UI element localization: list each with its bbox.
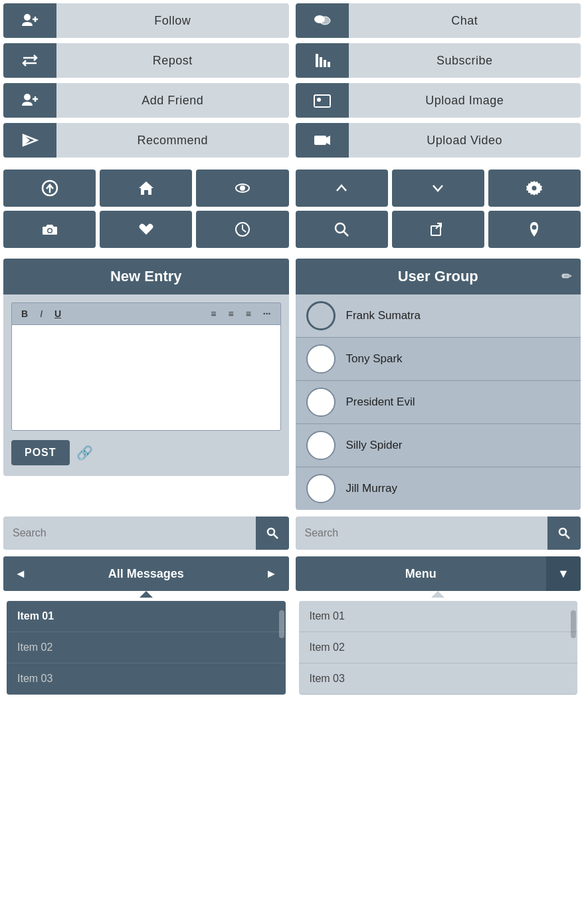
right-search-wrapper (296, 517, 581, 550)
menu-dropdown-btn[interactable]: ▼ (546, 556, 581, 591)
scrollbar (571, 610, 576, 638)
upload-video-btn[interactable]: Upload Video (296, 123, 581, 158)
upload-btn[interactable] (3, 170, 96, 207)
scrollbar (279, 610, 284, 638)
share-btn[interactable] (392, 211, 484, 248)
chevron-down-btn[interactable] (392, 170, 484, 207)
svg-point-30 (336, 223, 345, 233)
new-entry-widget: New Entry B I U ≡ ≡ ≡ ··· POST 🔗 (3, 259, 289, 476)
svg-point-29 (532, 186, 537, 191)
left-search-wrapper (3, 517, 289, 550)
all-messages-label: All Messages (38, 567, 254, 581)
upload-image-btn[interactable]: Upload Image (296, 83, 581, 118)
search-btn[interactable] (296, 211, 388, 248)
right-dropdown-list: Item 01 Item 02 Item 03 (299, 601, 578, 695)
post-button[interactable]: POST (11, 440, 70, 465)
next-btn[interactable]: ► (254, 556, 289, 591)
repost-btn[interactable]: Repost (3, 43, 289, 78)
upload-image-icon (296, 83, 349, 118)
svg-point-24 (48, 229, 51, 233)
home-btn[interactable] (100, 170, 192, 207)
right-search-button[interactable] (547, 517, 581, 550)
left-dropdown-list: Item 01 Item 02 Item 03 (7, 601, 286, 695)
svg-point-15 (317, 98, 321, 102)
left-search-input[interactable] (3, 518, 256, 548)
attach-icon[interactable]: 🔗 (76, 445, 93, 461)
settings-btn[interactable] (488, 170, 581, 207)
user-list-item[interactable]: President Evil (296, 381, 581, 424)
widgets-row: New Entry B I U ≡ ≡ ≡ ··· POST 🔗 User Gr… (0, 255, 584, 513)
list-item[interactable]: Item 01 (299, 601, 578, 632)
user-list-item[interactable]: Jill Murray (296, 467, 581, 510)
menu-label: Menu (296, 567, 547, 581)
follow-btn[interactable]: Follow (3, 3, 289, 38)
italic-btn[interactable]: I (37, 307, 45, 320)
user-name: Tony Spark (346, 352, 403, 366)
new-entry-title: New Entry (3, 259, 289, 294)
chat-label: Chat (349, 3, 581, 38)
recommend-label: Recommend (56, 123, 289, 158)
svg-rect-16 (314, 136, 326, 145)
align-center-btn[interactable]: ≡ (225, 307, 236, 320)
recommend-btn[interactable]: Recommend (3, 123, 289, 158)
avatar (306, 388, 336, 417)
svg-point-3 (24, 94, 31, 100)
eye-btn[interactable] (196, 170, 288, 207)
prev-btn[interactable]: ◄ (3, 556, 38, 591)
svg-point-34 (532, 225, 537, 230)
bold-btn[interactable]: B (19, 307, 31, 320)
list-item[interactable]: Item 03 (7, 663, 286, 695)
svg-rect-12 (324, 60, 326, 67)
left-icon-grid (0, 166, 292, 255)
svg-rect-13 (328, 62, 330, 67)
editor-area[interactable] (11, 324, 281, 431)
svg-rect-11 (320, 57, 322, 67)
list-item[interactable]: Item 02 (7, 632, 286, 663)
search-section (0, 513, 584, 553)
svg-point-22 (241, 186, 244, 190)
left-search-button[interactable] (256, 517, 289, 550)
add-friend-label: Add Friend (56, 83, 289, 118)
upload-video-icon (296, 123, 349, 158)
svg-point-9 (320, 17, 330, 25)
user-list-item[interactable]: Tony Spark (296, 338, 581, 381)
underline-btn[interactable]: U (52, 307, 64, 320)
svg-marker-17 (326, 136, 330, 145)
user-group-title: User Group (398, 268, 478, 285)
svg-marker-20 (139, 181, 153, 195)
heart-btn[interactable] (100, 211, 192, 248)
clock-btn[interactable] (196, 211, 288, 248)
chevron-up-btn[interactable] (296, 170, 388, 207)
subscribe-label: Subscribe (349, 43, 581, 78)
all-messages-nav: ◄ All Messages ► (3, 556, 289, 591)
align-left-btn[interactable]: ≡ (208, 307, 219, 320)
user-list-item[interactable]: Frank Sumatra (296, 294, 581, 338)
pin-btn[interactable] (488, 211, 581, 248)
follow-label: Follow (56, 3, 289, 38)
list-item[interactable]: Item 01 (7, 601, 286, 632)
nav-section: ◄ All Messages ► Menu ▼ (0, 553, 584, 594)
list-item[interactable]: Item 03 (299, 663, 578, 695)
action-buttons-section: Follow Repost Ad (0, 0, 584, 166)
avatar (306, 301, 336, 330)
camera-btn[interactable] (3, 211, 96, 248)
list-item[interactable]: Item 02 (299, 632, 578, 663)
svg-point-37 (559, 528, 566, 535)
svg-line-27 (243, 229, 246, 232)
chat-btn[interactable]: Chat (296, 3, 581, 38)
dropdown-section: Item 01 Item 02 Item 03 Item 01 Item 02 … (0, 594, 584, 701)
edit-icon[interactable]: ✏ (561, 269, 571, 284)
svg-line-36 (274, 534, 278, 538)
avatar (306, 431, 336, 460)
right-search-input[interactable] (296, 518, 548, 548)
follow-icon (3, 3, 56, 38)
align-right-btn[interactable]: ≡ (243, 307, 254, 320)
subscribe-btn[interactable]: Subscribe (296, 43, 581, 78)
user-list-item[interactable]: Silly Spider (296, 424, 581, 467)
more-btn[interactable]: ··· (260, 307, 274, 320)
user-name: Silly Spider (346, 439, 403, 452)
chat-icon (296, 3, 349, 38)
user-group-header: User Group ✏ (296, 259, 581, 294)
svg-line-38 (565, 534, 569, 538)
add-friend-btn[interactable]: Add Friend (3, 83, 289, 118)
